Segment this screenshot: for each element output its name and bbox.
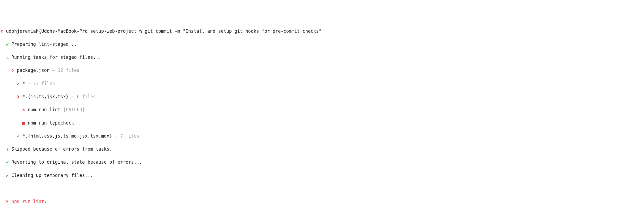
prompt-sep: %: [139, 28, 142, 34]
check-icon: ✔: [6, 159, 9, 165]
square-icon: ■: [22, 120, 25, 126]
task-package-json: ❯ package.json — 12 files: [1, 67, 643, 74]
lint-staged-preparing: ✔ Preparing lint-staged...: [1, 41, 643, 48]
prompt-line-1: ⊗ udohjeremiah@Udohs-MacBook-Pro setup-w…: [1, 28, 643, 35]
check-icon: ✔: [17, 133, 19, 139]
task-npm-lint: ✖ npm run lint [FAILED]: [1, 106, 643, 113]
task-star: ✔ * — 12 files: [1, 80, 643, 87]
file-count: — 7 files: [115, 133, 139, 139]
chevron-icon: ❯: [17, 94, 19, 99]
file-count: — 12 files: [52, 68, 79, 73]
check-icon: ✔: [6, 42, 9, 47]
lint-staged-running: ⚠ Running tasks for staged files...: [1, 54, 643, 61]
prompt-status-icon: ⊗: [1, 28, 3, 34]
command-text: git commit -m "Install and setup git hoo…: [145, 28, 322, 34]
cross-icon: ✖: [22, 107, 25, 112]
file-count: — 12 files: [28, 81, 55, 86]
check-icon: ✔: [6, 173, 9, 178]
prompt-dir: setup-web-project: [90, 28, 137, 34]
cross-icon: ✖: [6, 199, 9, 204]
blank-line: [1, 212, 643, 218]
lint-staged-skipped: ↓ Skipped because of errors from tasks.: [1, 146, 643, 152]
chevron-icon: ❯: [11, 68, 14, 73]
file-count: — 6 files: [71, 94, 96, 99]
fail-section-header: ✖ npm run lint:: [1, 198, 643, 205]
warn-icon: ⚠: [6, 55, 9, 60]
task-html-glob: ✔ *.{html,css,js,ts,md,jsx,tsx,mdx} — 7 …: [1, 133, 643, 139]
lint-staged-reverting: ✔ Reverting to original state because of…: [1, 159, 643, 166]
blank-line: [1, 185, 643, 192]
lint-staged-cleaning: ✔ Cleaning up temporary files...: [1, 172, 643, 179]
task-js-glob: ❯ *.{js,ts,jsx,tsx} — 6 files: [1, 93, 643, 100]
failed-label: [FAILED]: [63, 107, 85, 112]
prompt-user: udohjeremiah@Udohs-MacBook-Pro: [6, 28, 88, 34]
check-icon: ✔: [17, 81, 19, 86]
down-arrow-icon: ↓: [6, 146, 9, 152]
task-npm-typecheck: ■ npm run typecheck: [1, 120, 643, 126]
